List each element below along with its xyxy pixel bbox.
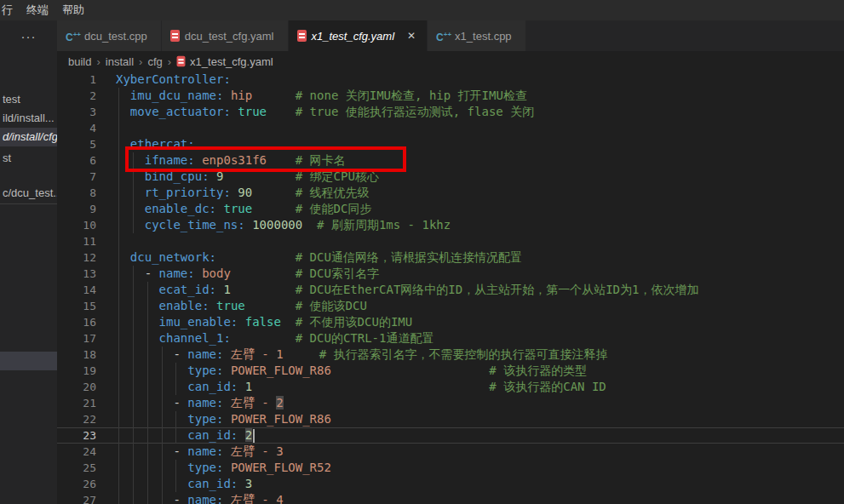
tab-x1_test.cpp[interactable]: C++x1_test.cpp xyxy=(428,20,526,51)
indent-guide xyxy=(118,282,119,298)
menu-item-行[interactable]: 行 xyxy=(0,0,20,20)
tab-label: x1_test_cfg.yaml xyxy=(312,30,395,43)
indent-guide xyxy=(133,298,134,314)
line-number: 1 xyxy=(57,72,116,88)
code-line[interactable]: 14 ecat_id: 1 # DCU在EtherCAT网络中的ID，从主站开始… xyxy=(57,282,844,298)
line-content[interactable]: enable: true # 使能该DCU xyxy=(116,298,844,314)
line-content[interactable]: - name: body # DCU索引名字 xyxy=(116,266,844,282)
token: # DCU在EtherCAT网络中的ID，从主站开始，第一个从站ID为1，依次增… xyxy=(296,283,699,296)
line-content[interactable]: - name: 左臂 - 3 xyxy=(116,444,844,460)
line-content[interactable]: type: POWER_FLOW_R86 xyxy=(116,411,844,427)
token xyxy=(116,299,159,312)
line-content[interactable] xyxy=(116,120,844,136)
sidebar-item[interactable]: st xyxy=(0,149,57,168)
line-content[interactable]: enable_dc: true # 使能DC同步 xyxy=(116,201,844,217)
line-number: 25 xyxy=(57,460,116,476)
indent-guide xyxy=(118,266,119,282)
indent-guide xyxy=(118,152,119,169)
line-content[interactable]: dcu_network: # DCU通信网络，请根据实机连接情况配置 xyxy=(116,249,844,266)
line-content[interactable]: type: POWER_FLOW_R52 xyxy=(116,460,844,476)
token: - xyxy=(173,493,187,504)
indent-guide xyxy=(118,104,119,120)
indent-guide xyxy=(147,411,148,427)
code-editor[interactable]: 1XyberController:2 imu_dcu_name: hip # n… xyxy=(57,72,844,504)
line-content[interactable]: - name: 左臂 - 4 xyxy=(116,492,844,504)
sidebar-item[interactable]: d/install/cfg xyxy=(0,128,57,146)
code-line[interactable]: 10 cycle_time_ns: 1000000 # 刷新周期1ms - 1k… xyxy=(57,217,844,233)
sidebar-item[interactable]: c/dcu_test... xyxy=(0,184,57,203)
code-line[interactable]: 12 dcu_network: # DCU通信网络，请根据实机连接情况配置 xyxy=(57,249,844,266)
text-cursor xyxy=(253,429,255,443)
code-line[interactable]: 5 ethercat: xyxy=(57,136,844,152)
token: - xyxy=(173,396,187,410)
sidebar-item[interactable]: ild/install... xyxy=(0,109,57,128)
line-content[interactable]: XyberController: xyxy=(116,72,844,88)
sidebar-selection-bar[interactable] xyxy=(0,352,57,370)
tab-x1_test_cfg.yaml[interactable]: x1_test_cfg.yaml✕ xyxy=(289,20,428,51)
indent-guide xyxy=(118,492,119,504)
line-content[interactable]: - name: 左臂 - 2 xyxy=(116,395,844,411)
line-content[interactable]: cycle_time_ns: 1000000 # 刷新周期1ms - 1khz xyxy=(116,217,844,233)
line-content[interactable]: imu_dcu_name: hip # none 关闭IMU检查, hip 打开… xyxy=(116,88,844,104)
line-content[interactable]: rt_priority: 90 # 线程优先级 xyxy=(116,185,844,201)
breadcrumb-segment-build[interactable]: build xyxy=(68,55,91,68)
breadcrumb-file[interactable]: x1_test_cfg.yaml xyxy=(176,55,273,68)
token: ethercat: xyxy=(130,137,195,151)
code-line[interactable]: 3 move_actuator: true # true 使能执行器运动测试, … xyxy=(57,104,844,120)
token: ifname: xyxy=(145,153,195,167)
code-line[interactable]: 16 imu_enable: false # 不使用该DCU的IMU xyxy=(57,314,844,330)
code-line[interactable]: 8 rt_priority: 90 # 线程优先级 xyxy=(57,185,844,201)
line-content[interactable]: ethercat: xyxy=(116,136,844,152)
line-content[interactable]: ecat_id: 1 # DCU在EtherCAT网络中的ID，从主站开始，第一… xyxy=(116,282,844,298)
line-content[interactable]: bind_cpu: 9 # 绑定CPU核心 xyxy=(116,169,844,185)
code-line[interactable]: 17 channel_1: # DCU的CTRL-1通道配置 xyxy=(57,330,844,346)
code-line[interactable]: 7 bind_cpu: 9 # 绑定CPU核心 xyxy=(57,169,844,185)
breadcrumb-segment-cfg[interactable]: cfg xyxy=(147,55,162,68)
menu-item-终端[interactable]: 终端 xyxy=(20,0,55,20)
code-line[interactable]: 15 enable: true # 使能该DCU xyxy=(57,298,844,314)
code-line[interactable]: 21 - name: 左臂 - 2 xyxy=(57,395,844,411)
line-number: 10 xyxy=(57,217,116,233)
line-content[interactable]: - name: 左臂 - 1 # 执行器索引名字，不需要控制的执行器可直接注释掉 xyxy=(116,346,844,363)
tab-dcu_test_cfg.yaml[interactable]: dcu_test_cfg.yaml xyxy=(162,20,289,51)
line-content[interactable]: can_id: 1 # 该执行器的CAN ID xyxy=(116,379,844,395)
line-content[interactable]: imu_enable: false # 不使用该DCU的IMU xyxy=(116,314,844,330)
code-line[interactable]: 27 - name: 左臂 - 4 xyxy=(57,492,844,504)
code-line[interactable]: 19 type: POWER_FLOW_R86 # 该执行器的类型 xyxy=(57,363,844,379)
code-line[interactable]: 24 - name: 左臂 - 3 xyxy=(57,444,844,460)
token xyxy=(223,89,230,102)
line-content[interactable]: can_id: 2 xyxy=(116,427,844,444)
code-line[interactable]: 13 - name: body # DCU索引名字 xyxy=(57,266,844,282)
code-line[interactable]: 6 ifname: enp0s31f6 # 网卡名 xyxy=(57,152,844,169)
code-line[interactable]: 26 can_id: 3 xyxy=(57,476,844,492)
line-content[interactable]: ifname: enp0s31f6 # 网卡名 xyxy=(116,152,844,169)
sidebar-item[interactable]: test xyxy=(0,90,57,109)
token xyxy=(252,186,296,199)
tab-dcu_test.cpp[interactable]: C++dcu_test.cpp xyxy=(57,20,162,51)
token: can_id: xyxy=(187,477,238,490)
code-line[interactable]: 11 xyxy=(57,233,844,249)
code-line[interactable]: 9 enable_dc: true # 使能DC同步 xyxy=(57,201,844,217)
token xyxy=(195,153,202,167)
line-number: 7 xyxy=(57,169,116,185)
code-line[interactable]: 18 - name: 左臂 - 1 # 执行器索引名字，不需要控制的执行器可直接… xyxy=(57,346,844,363)
code-line[interactable]: 23 can_id: 2 xyxy=(57,427,844,444)
breadcrumb-segment-install[interactable]: install xyxy=(106,55,134,68)
code-line[interactable]: 1XyberController: xyxy=(57,72,844,88)
line-content[interactable]: channel_1: # DCU的CTRL-1通道配置 xyxy=(116,330,844,346)
code-line[interactable]: 25 type: POWER_FLOW_R52 xyxy=(57,460,844,476)
line-content[interactable]: can_id: 3 xyxy=(116,476,844,492)
code-line[interactable]: 4 xyxy=(57,120,844,136)
token xyxy=(245,218,252,232)
indent-guide xyxy=(118,88,119,104)
more-actions-button[interactable]: ··· xyxy=(0,20,57,51)
code-line[interactable]: 20 can_id: 1 # 该执行器的CAN ID xyxy=(57,379,844,395)
menu-item-帮助[interactable]: 帮助 xyxy=(55,0,91,20)
line-content[interactable]: move_actuator: true # true 使能执行器运动测试, fl… xyxy=(116,104,844,120)
code-line[interactable]: 2 imu_dcu_name: hip # none 关闭IMU检查, hip … xyxy=(57,88,844,104)
token: 左臂 - xyxy=(231,396,276,410)
line-content[interactable] xyxy=(116,233,844,249)
close-icon[interactable]: ✕ xyxy=(405,29,418,43)
line-content[interactable]: type: POWER_FLOW_R86 # 该执行器的类型 xyxy=(116,363,844,379)
code-line[interactable]: 22 type: POWER_FLOW_R86 xyxy=(57,411,844,427)
